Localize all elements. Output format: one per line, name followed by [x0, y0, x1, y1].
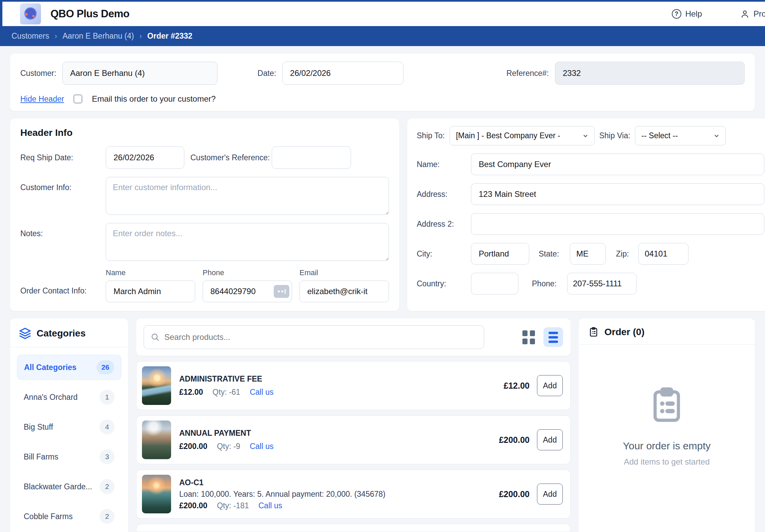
- ship-to-select[interactable]: [Main ] - Best Company Ever -: [450, 126, 595, 145]
- profile-button[interactable]: Profile: [740, 9, 765, 19]
- customer-info-label: Customer Info:: [20, 177, 106, 192]
- order-empty-state: Your order is empty Add items to get sta…: [587, 385, 747, 467]
- product-image: [142, 475, 171, 513]
- product-price: £12.00: [179, 388, 203, 397]
- call-us-link[interactable]: Call us: [250, 442, 273, 451]
- app-logo: [20, 3, 41, 24]
- phone-overflow-pill: [274, 285, 289, 298]
- date-input[interactable]: [282, 62, 404, 85]
- order-empty-subtitle: Add items to get started: [624, 457, 709, 467]
- add-to-order-button[interactable]: Add: [537, 375, 563, 396]
- category-label: Cobble Farms: [24, 512, 73, 521]
- ship-address2-input[interactable]: [471, 213, 764, 235]
- search-icon: [151, 333, 160, 342]
- category-item-annas-orchard[interactable]: Anna's Orchard 1: [17, 385, 121, 410]
- ship-via-selected-value: -- Select --: [641, 131, 678, 140]
- ship-name-input[interactable]: [471, 154, 764, 175]
- ship-zip-input[interactable]: [638, 243, 688, 265]
- breadcrumb-current-order: Order #2332: [147, 32, 192, 41]
- ship-to-card: Ship To: [Main ] - Best Company Ever - S…: [407, 119, 765, 311]
- clipboard-icon: [588, 327, 599, 337]
- product-right-price: £200.00: [499, 435, 530, 445]
- grid-view-button[interactable]: [520, 329, 537, 345]
- category-label: Bill Farms: [24, 452, 58, 462]
- grid-view-icon: [522, 330, 528, 336]
- product-name: AO-C1: [179, 478, 386, 487]
- app-header: QBO Plus Demo ? Help Profile: [0, 2, 765, 26]
- categories-panel: Categories All Categories 26 Anna's Orch…: [10, 319, 128, 532]
- help-label: Help: [685, 9, 702, 19]
- help-icon: ?: [672, 9, 681, 19]
- ship-country-input[interactable]: [471, 273, 518, 294]
- ship-phone-input[interactable]: [567, 273, 637, 294]
- ship-city-input[interactable]: [471, 243, 529, 265]
- contact-name-input[interactable]: [106, 281, 195, 302]
- notes-label: Notes:: [20, 223, 106, 238]
- products-panel: ADMINISTRATIVE FEE £12.00 Qty: -61 Call …: [136, 319, 571, 531]
- ship-address2-label: Address 2:: [417, 220, 471, 229]
- ship-via-label: Ship Via:: [599, 131, 630, 140]
- notes-textarea[interactable]: [106, 223, 389, 261]
- breadcrumb-separator: ›: [139, 32, 142, 41]
- breadcrumb-separator: ›: [55, 32, 57, 41]
- layers-icon: [19, 327, 31, 340]
- ship-city-label: City:: [417, 249, 471, 259]
- category-label: Anna's Orchard: [24, 393, 78, 402]
- contact-phone-column-header: Phone: [203, 268, 292, 277]
- app-title: QBO Plus Demo: [50, 8, 129, 20]
- product-name: ADMINISTRATIVE FEE: [179, 374, 273, 384]
- contact-email-column-header: Email: [299, 268, 389, 277]
- category-item-blackwater-gardens[interactable]: Blackwater Garde... 2: [17, 474, 121, 499]
- ship-zip-label: Zip:: [616, 249, 638, 259]
- customer-label: Customer:: [20, 69, 56, 78]
- breadcrumb-customers[interactable]: Customers: [12, 32, 49, 41]
- product-search-toolbar: [136, 319, 571, 356]
- customer-reference-input[interactable]: [272, 146, 351, 169]
- category-count-badge: 2: [100, 509, 115, 524]
- product-card-partial: [136, 524, 571, 531]
- ship-address-label: Address:: [417, 190, 471, 199]
- header-info-card: Header Info Req Ship Date: Customer's Re…: [10, 119, 399, 311]
- req-ship-date-label: Req Ship Date:: [20, 153, 106, 162]
- ship-to-label: Ship To:: [417, 131, 445, 140]
- customer-input[interactable]: [62, 62, 218, 85]
- product-image: [142, 366, 171, 405]
- category-item-cobble-farms[interactable]: Cobble Farms 2: [17, 504, 121, 529]
- category-count-badge: 3: [100, 449, 115, 464]
- breadcrumb-customer-name[interactable]: Aaron E Berhanu (4): [63, 32, 134, 41]
- product-right-price: £200.00: [499, 489, 530, 499]
- product-search-input[interactable]: [164, 332, 477, 342]
- ship-name-label: Name:: [417, 160, 471, 169]
- add-to-order-button[interactable]: Add: [537, 429, 563, 450]
- product-description: Loan: 100,000. Years: 5. Annual payment:…: [179, 490, 386, 499]
- reference-input[interactable]: [555, 62, 745, 85]
- list-view-icon: [549, 332, 558, 334]
- ship-state-input[interactable]: [570, 243, 606, 265]
- contact-name-column-header: Name: [106, 268, 195, 277]
- hide-header-link[interactable]: Hide Header: [20, 95, 64, 104]
- profile-label: Profile: [753, 9, 765, 19]
- customer-reference-label: Customer's Reference:: [190, 153, 272, 162]
- email-order-checkbox[interactable]: [74, 95, 82, 103]
- category-item-bill-farms[interactable]: Bill Farms 3: [17, 444, 121, 469]
- product-price: £200.00: [179, 442, 207, 451]
- call-us-link[interactable]: Call us: [250, 388, 273, 397]
- contact-email-input[interactable]: [299, 281, 389, 302]
- breadcrumb: Customers › Aaron E Berhanu (4) › Order …: [0, 26, 765, 46]
- add-to-order-button[interactable]: Add: [537, 484, 563, 505]
- req-ship-date-input[interactable]: [106, 146, 184, 169]
- product-search-box: [144, 325, 484, 349]
- category-label: Big Stuff: [24, 423, 53, 432]
- list-view-button[interactable]: [543, 327, 563, 347]
- user-icon: [740, 9, 749, 19]
- ship-address-input[interactable]: [471, 183, 764, 205]
- email-order-checkbox-label: Email this order to your customer?: [92, 94, 215, 104]
- help-button[interactable]: ? Help: [672, 9, 702, 19]
- category-item-all-categories[interactable]: All Categories 26: [17, 355, 121, 380]
- call-us-link[interactable]: Call us: [259, 501, 282, 510]
- order-empty-title: Your order is empty: [623, 440, 710, 452]
- category-item-big-stuff[interactable]: Big Stuff 4: [17, 414, 121, 439]
- category-count-badge: 4: [100, 420, 115, 434]
- customer-info-textarea[interactable]: [106, 177, 389, 215]
- ship-via-select[interactable]: -- Select --: [635, 126, 726, 145]
